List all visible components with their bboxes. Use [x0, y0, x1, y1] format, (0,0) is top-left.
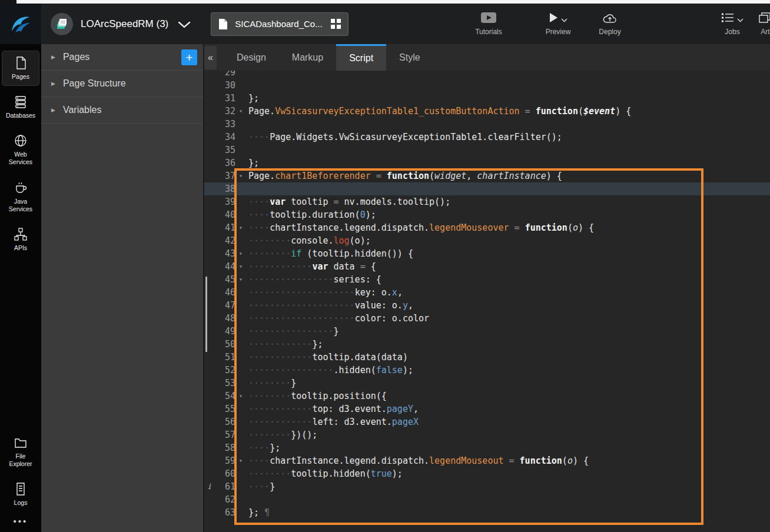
page-structure-section[interactable]: ▶ Page Structure: [41, 71, 203, 97]
collapse-panel-button[interactable]: «: [204, 46, 217, 69]
code-line[interactable]: i61····}: [204, 480, 770, 493]
code-line[interactable]: 49················}: [204, 325, 770, 338]
code-line[interactable]: 46····················key: o.x,: [204, 286, 770, 299]
logs-icon: [14, 482, 28, 496]
code-line[interactable]: 43▾········if (tooltip.hidden()) {: [204, 247, 770, 260]
code-line[interactable]: 51············tooltip.data(data): [204, 351, 770, 364]
fold-arrow-icon[interactable]: ▾: [235, 390, 246, 403]
rail-item-pages[interactable]: Pages: [2, 51, 39, 85]
code-line[interactable]: 41▾····chartInstance.legend.dispatch.leg…: [204, 221, 770, 234]
code-line[interactable]: 44▾············var data = {: [204, 260, 770, 273]
code-line[interactable]: 34····Page.Widgets.VwSicasurveyException…: [204, 131, 770, 144]
page-tab[interactable]: SICADashboard_Co...: [211, 12, 348, 36]
cloud-upload-icon: [602, 12, 618, 24]
grid-icon[interactable]: [331, 19, 341, 29]
fold-arrow-icon[interactable]: ▾: [235, 169, 246, 182]
line-number: 46: [214, 286, 235, 299]
whitespace-dots: ····: [248, 197, 270, 207]
chevron-down-icon[interactable]: [561, 18, 567, 22]
code-text: ············top: d3.event.pageY,: [246, 403, 419, 415]
jobs-label: Jobs: [725, 28, 739, 36]
tab-script[interactable]: Script: [336, 44, 386, 71]
rail-item-file-explorer[interactable]: File Explorer: [2, 431, 39, 473]
code-line[interactable]: 30: [204, 79, 770, 92]
artifacts-button[interactable]: Art: [752, 12, 770, 36]
code-line[interactable]: 62: [204, 493, 770, 506]
code-line[interactable]: 56············left: d3.event.pageX: [204, 415, 770, 428]
line-number: 42: [214, 234, 235, 247]
code-editor[interactable]: 293031};32▾Page.VwSicasurveyExceptionTab…: [204, 71, 770, 532]
code-line[interactable]: 57········})();: [204, 428, 770, 441]
code-line[interactable]: 39····var tooltip = nv.models.tooltip();: [204, 195, 770, 208]
code-line[interactable]: 45▾················series: {: [204, 273, 770, 286]
code-text: Page.chart1Beforerender = function(widge…: [246, 169, 562, 182]
code-line[interactable]: 38: [204, 182, 770, 195]
fold-arrow-icon[interactable]: ▾: [235, 273, 246, 286]
code-line[interactable]: 55············top: d3.event.pageY,: [204, 403, 770, 415]
code-line[interactable]: 54▾········tooltip.position({: [204, 390, 770, 403]
gutter-fold-cell: [235, 157, 246, 169]
code-line[interactable]: 40····tooltip.duration(0);: [204, 208, 770, 221]
code-line[interactable]: 58····};: [204, 441, 770, 454]
pages-section-header[interactable]: ▶ Pages +: [41, 44, 203, 71]
tutorials-button[interactable]: Tutorials: [471, 12, 506, 36]
code-text: };: [246, 157, 259, 169]
fold-arrow-icon[interactable]: ▾: [235, 105, 246, 118]
fold-arrow-icon[interactable]: ▾: [235, 454, 246, 467]
whitespace-dots: ················: [248, 365, 334, 375]
jobs-button[interactable]: Jobs: [715, 12, 750, 36]
line-number: 58: [214, 441, 235, 454]
line-number: 57: [214, 428, 235, 441]
gutter-fold-cell: [235, 377, 246, 390]
panel-resize-handle[interactable]: [205, 277, 207, 352]
code-line[interactable]: 53········}: [204, 377, 770, 390]
whitespace-dots: ····················: [248, 313, 355, 324]
code-line[interactable]: 47····················value: o.y,: [204, 299, 770, 312]
chevron-down-icon[interactable]: [737, 18, 744, 22]
whitespace-dots: ········: [248, 468, 291, 479]
variables-section[interactable]: ▶ Variables: [41, 97, 203, 124]
code-line[interactable]: 60········tooltip.hidden(true);: [204, 467, 770, 480]
gutter-fold-cell: [235, 403, 246, 415]
more-options-button[interactable]: •••: [14, 516, 28, 532]
code-line[interactable]: 29: [204, 71, 770, 79]
code-line[interactable]: 63}; ¶: [204, 506, 770, 519]
globe-icon: [14, 134, 28, 148]
project-selector[interactable]: LOArcSpeedRM (3): [51, 13, 191, 35]
tab-design[interactable]: Design: [224, 44, 279, 71]
code-text: ············var data = {: [246, 260, 376, 273]
info-marker-icon[interactable]: i: [204, 480, 214, 493]
whitespace-dots: ····: [248, 222, 270, 233]
code-lines: 293031};32▾Page.VwSicasurveyExceptionTab…: [204, 71, 770, 519]
add-page-button[interactable]: +: [181, 49, 197, 65]
wavemaker-logo[interactable]: [0, 4, 41, 44]
code-line[interactable]: 37▾Page.chart1Beforerender = function(wi…: [204, 169, 770, 182]
page-tab-label: SICADashboard_Co...: [235, 19, 322, 29]
rail-item-apis[interactable]: APIs: [2, 222, 39, 257]
code-line[interactable]: 48····················color: o.color: [204, 312, 770, 325]
fold-arrow-icon[interactable]: ▾: [235, 221, 246, 234]
gutter-fold-cell: [235, 506, 246, 519]
code-line[interactable]: 36};: [204, 157, 770, 169]
gutter-fold-cell: [235, 467, 246, 480]
rail-item-java-services[interactable]: Java Services: [2, 176, 39, 218]
code-line[interactable]: 33: [204, 118, 770, 131]
fold-arrow-icon[interactable]: ▾: [235, 260, 246, 273]
code-text: ········tooltip.position({: [246, 390, 387, 403]
tab-style[interactable]: Style: [386, 44, 433, 71]
code-line[interactable]: 35: [204, 144, 770, 157]
rail-item-databases[interactable]: Databases: [2, 90, 39, 124]
fold-arrow-icon[interactable]: ▾: [235, 247, 246, 260]
preview-button[interactable]: Preview: [540, 12, 576, 36]
rail-item-logs[interactable]: Logs: [2, 477, 39, 511]
code-line[interactable]: 32▾Page.VwSicasurveyExceptionTable1_cust…: [204, 105, 770, 118]
code-line[interactable]: 31};: [204, 92, 770, 105]
rail-item-web-services[interactable]: Web Services: [2, 129, 39, 171]
code-line[interactable]: 50············};: [204, 338, 770, 351]
code-line[interactable]: 52················.hidden(false);: [204, 364, 770, 377]
deploy-button[interactable]: Deploy: [592, 12, 628, 36]
variables-section-label: Variables: [63, 105, 102, 115]
code-line[interactable]: 42········console.log(o);: [204, 234, 770, 247]
code-line[interactable]: 59▾····chartInstance.legend.dispatch.leg…: [204, 454, 770, 467]
tab-markup[interactable]: Markup: [279, 44, 336, 71]
